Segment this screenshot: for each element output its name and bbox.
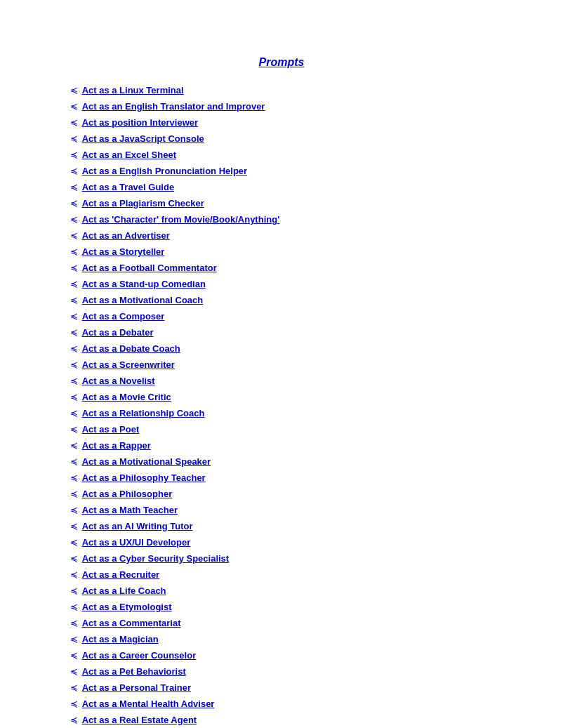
prompt-link-11[interactable]: Act as a Storyteller (82, 246, 165, 257)
prompt-icon: ≼ (70, 343, 81, 354)
prompt-icon: ≼ (70, 618, 81, 628)
prompt-link-34[interactable]: Act as a Commentariat (82, 618, 181, 628)
prompt-icon: ≼ (70, 521, 81, 531)
list-item: ≼ Act as a UX/UI Developer (70, 535, 535, 550)
prompt-icon: ≼ (70, 634, 81, 644)
list-item: ≼ Act as a Composer (70, 309, 535, 324)
list-item: ≼ Act as a Novelist (70, 373, 535, 388)
prompt-icon: ≼ (70, 424, 81, 435)
list-item: ≼ Act as a Recruiter (70, 567, 535, 582)
prompt-icon: ≼ (70, 246, 81, 257)
prompt-icon: ≼ (70, 311, 81, 322)
prompt-link-14[interactable]: Act as a Motivational Coach (82, 295, 204, 305)
prompt-link-36[interactable]: Act as a Career Counselor (82, 650, 197, 661)
page-title: Prompts (28, 56, 535, 69)
prompt-link-23[interactable]: Act as a Rapper (82, 440, 151, 451)
prompt-link-2[interactable]: Act as an English Translator and Improve… (82, 101, 265, 112)
prompt-link-25[interactable]: Act as a Philosophy Teacher (82, 472, 206, 483)
prompt-icon: ≼ (70, 295, 81, 305)
list-item: ≼ Act as a Personal Trainer (70, 680, 535, 695)
prompt-link-15[interactable]: Act as a Composer (82, 311, 165, 322)
prompt-link-10[interactable]: Act as an Advertiser (82, 230, 170, 241)
list-item: ≼ Act as a Plagiarism Checker (70, 196, 535, 211)
prompt-icon: ≼ (70, 472, 81, 483)
prompt-link-24[interactable]: Act as a Motivational Speaker (82, 456, 211, 467)
prompt-icon: ≼ (70, 505, 81, 515)
prompt-icon: ≼ (70, 392, 81, 402)
prompt-icon: ≼ (70, 682, 81, 693)
prompt-link-33[interactable]: Act as a Etymologist (82, 602, 172, 612)
prompt-link-7[interactable]: Act as a Travel Guide (82, 182, 175, 192)
prompt-icon: ≼ (70, 198, 81, 209)
list-item: ≼ Act as a Pet Behaviorist (70, 664, 535, 679)
prompt-link-30[interactable]: Act as a Cyber Security Specialist (82, 553, 230, 564)
prompt-icon: ≼ (70, 214, 81, 225)
prompt-link-39[interactable]: Act as a Mental Health Adviser (82, 699, 215, 709)
list-item: ≼ Act as an English Translator and Impro… (70, 99, 535, 114)
prompt-link-32[interactable]: Act as a Life Coach (82, 585, 166, 596)
list-item: ≼ Act as a Cyber Security Specialist (70, 551, 535, 566)
prompt-link-35[interactable]: Act as a Magician (82, 634, 159, 644)
prompt-link-18[interactable]: Act as a Screenwriter (82, 359, 175, 370)
prompt-link-27[interactable]: Act as a Math Teacher (82, 505, 178, 515)
list-item: ≼ Act as a Rapper (70, 438, 535, 453)
prompt-icon: ≼ (70, 440, 81, 451)
prompt-icon: ≼ (70, 279, 81, 289)
prompt-link-22[interactable]: Act as a Poet (82, 424, 140, 435)
list-item: ≼ Act as a Commentariat (70, 616, 535, 630)
prompt-link-29[interactable]: Act as a UX/UI Developer (82, 537, 191, 548)
prompt-icon: ≼ (70, 150, 81, 160)
list-item: ≼ Act as a Math Teacher (70, 503, 535, 517)
list-item: ≼ Act as an Advertiser (70, 228, 535, 243)
list-item: ≼ Act as a Debate Coach (70, 341, 535, 356)
prompt-link-6[interactable]: Act as a English Pronunciation Helper (82, 166, 248, 176)
list-item: ≼ Act as a Linux Terminal (70, 83, 535, 98)
prompt-link-31[interactable]: Act as a Recruiter (82, 569, 160, 580)
prompt-link-20[interactable]: Act as a Movie Critic (82, 392, 171, 402)
prompt-link-38[interactable]: Act as a Personal Trainer (82, 682, 191, 693)
prompt-icon: ≼ (70, 456, 81, 467)
list-item: ≼ Act as a Debater (70, 325, 535, 340)
list-item: ≼ Act as a Travel Guide (70, 180, 535, 194)
prompt-link-40[interactable]: Act as a Real Estate Agent (82, 715, 197, 725)
list-item: ≼ Act as a Movie Critic (70, 390, 535, 404)
prompt-icon: ≼ (70, 263, 81, 273)
prompts-title-link[interactable]: Prompts (259, 56, 305, 68)
prompt-icon: ≼ (70, 101, 81, 112)
prompt-icon: ≼ (70, 133, 81, 144)
prompt-link-5[interactable]: Act as an Excel Sheet (82, 150, 176, 160)
list-item: ≼ Act as position Interviewer (70, 115, 535, 130)
prompt-link-3[interactable]: Act as position Interviewer (82, 117, 198, 128)
prompt-link-37[interactable]: Act as a Pet Behaviorist (82, 666, 186, 677)
prompt-link-4[interactable]: Act as a JavaScript Console (82, 133, 204, 144)
prompt-link-8[interactable]: Act as a Plagiarism Checker (82, 198, 204, 209)
prompt-icon: ≼ (70, 553, 81, 564)
list-item: ≼ Act as a English Pronunciation Helper (70, 164, 535, 178)
prompt-link-26[interactable]: Act as a Philosopher (82, 489, 173, 499)
prompt-icon: ≼ (70, 327, 81, 338)
prompt-link-13[interactable]: Act as a Stand-up Comedian (82, 279, 206, 289)
prompt-icon: ≼ (70, 376, 81, 386)
list-item: ≼ Act as a Motivational Coach (70, 293, 535, 307)
prompt-link-21[interactable]: Act as a Relationship Coach (82, 408, 205, 418)
prompt-link-16[interactable]: Act as a Debater (82, 327, 154, 338)
list-item: ≼ Act as a Real Estate Agent (70, 713, 535, 727)
list-item: ≼ Act as a Football Commentator (70, 260, 535, 275)
prompt-link-19[interactable]: Act as a Novelist (82, 376, 155, 386)
prompt-icon: ≼ (70, 182, 81, 192)
prompt-link-9[interactable]: Act as 'Character' from Movie/Book/Anyth… (82, 214, 280, 225)
list-item: ≼ Act as a Stand-up Comedian (70, 277, 535, 291)
prompt-icon: ≼ (70, 489, 81, 499)
list-item: ≼ Act as a Magician (70, 632, 535, 647)
prompt-icon: ≼ (70, 699, 81, 709)
list-item: ≼ Act as a Career Counselor (70, 648, 535, 663)
prompt-icon: ≼ (70, 585, 81, 596)
prompt-link-12[interactable]: Act as a Football Commentator (82, 263, 217, 273)
prompt-link-1[interactable]: Act as a Linux Terminal (82, 85, 184, 95)
list-item: ≼ Act as 'Character' from Movie/Book/Any… (70, 212, 535, 227)
prompt-link-28[interactable]: Act as an AI Writing Tutor (82, 521, 193, 531)
prompt-icon: ≼ (70, 569, 81, 580)
list-item: ≼ Act as a Mental Health Adviser (70, 696, 535, 711)
prompt-icon: ≼ (70, 715, 81, 725)
prompt-link-17[interactable]: Act as a Debate Coach (82, 343, 180, 354)
